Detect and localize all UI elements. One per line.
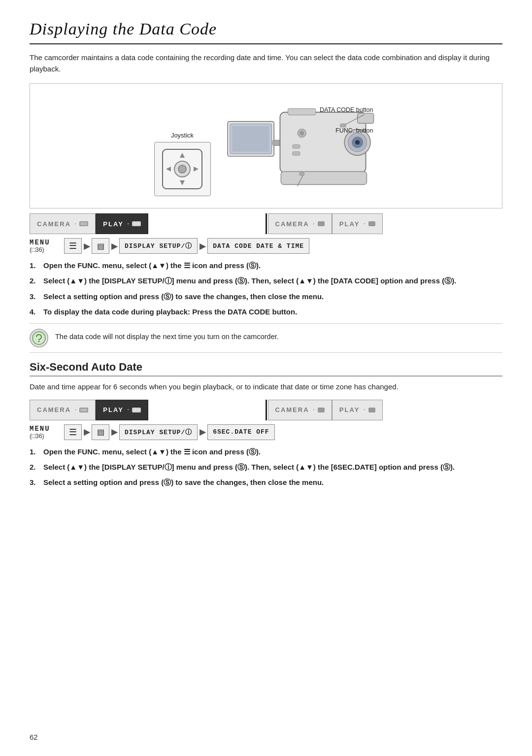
display-setup-text-1: DISPLAY SETUP/ⓘ (119, 238, 198, 254)
still-icon-1 (318, 221, 325, 227)
arrow-2c: ▶ (200, 427, 205, 437)
menu-row-section2: MENU (□36) ☰ ▶ ▤ ▶ DISPLAY SETUP/ⓘ ▶ 6SE… (30, 424, 502, 440)
play-label-1: PLAY (103, 220, 123, 228)
data-code-button-label: DATA CODE button (320, 106, 373, 113)
svg-rect-40 (368, 408, 375, 412)
svg-rect-28 (80, 222, 87, 225)
page-title: Displaying the Data Code (30, 20, 502, 38)
play-label-2: PLAY (103, 406, 123, 413)
intro-paragraph: The camcorder maintains a data code cont… (30, 52, 502, 74)
arrow-1c: ▶ (200, 241, 205, 251)
data-code-text-1: DATA CODE DATE & TIME (207, 238, 309, 254)
menu-setup-icon-2: ▤ (92, 424, 109, 440)
step-1-1: 1. Open the FUNC. menu, select (▲▼) the … (30, 260, 502, 271)
camera-body-illustration: DATA CODE button FUNC. button (221, 98, 378, 201)
menu-label-block-1: MENU (□36) (30, 239, 59, 253)
mode-tabs-section2: CAMERA · PLAY · CAMERA · PLAY · (30, 400, 502, 420)
menu-ref-1: (□36) (30, 246, 44, 253)
svg-rect-30 (133, 222, 140, 225)
still-play-icon-2 (368, 407, 375, 413)
camera-label-1: CAMERA (37, 220, 71, 228)
tab-group-left-2: CAMERA · PLAY · (30, 400, 265, 420)
menu-chain-2: ☰ ▶ ▤ ▶ DISPLAY SETUP/ⓘ ▶ 6SEC.DATE OFF (64, 424, 502, 440)
joystick-svg (160, 147, 204, 191)
step-1-4: 4. To display the data code during playb… (30, 306, 502, 317)
menu-text-2: MENU (30, 425, 50, 433)
section2-heading: Six-Second Auto Date (30, 361, 502, 377)
tab-camera-still-2[interactable]: CAMERA · (268, 400, 332, 420)
section2-intro: Date and time appear for 6 seconds when … (30, 381, 502, 393)
step-2-3: 3. Select a setting option and press (Ⓢ)… (30, 477, 502, 488)
camera-button-labels: DATA CODE button FUNC. button (320, 106, 373, 134)
mode-tabs-section1: CAMERA · PLAY · CAMERA · PLAY · (30, 213, 502, 234)
svg-rect-38 (133, 409, 140, 412)
tab-play-still-1[interactable]: PLAY · (332, 213, 383, 234)
svg-marker-6 (194, 167, 199, 172)
play-still-label-2: PLAY (339, 406, 360, 413)
menu-list-icon-1: ☰ (64, 238, 82, 254)
tab-group-right-1: CAMERA · PLAY · (268, 213, 503, 234)
video-tape-icon-play-2 (132, 407, 141, 413)
tab-camera-still-1[interactable]: CAMERA · (268, 213, 332, 234)
tab-play-still-2[interactable]: PLAY · (332, 400, 383, 420)
arrow-1b: ▶ (111, 241, 117, 251)
svg-marker-3 (180, 153, 185, 158)
svg-rect-36 (80, 409, 87, 412)
svg-rect-32 (368, 221, 375, 226)
camera-still-label-2: CAMERA (275, 406, 309, 413)
note-icon-1 (30, 329, 48, 347)
svg-point-34 (38, 341, 40, 342)
still-icon-2 (318, 407, 325, 413)
tab-separator-1 (266, 213, 267, 234)
menu-chain-1: ☰ ▶ ▤ ▶ DISPLAY SETUP/ⓘ ▶ DATA CODE DATE… (64, 238, 502, 254)
still-play-icon-1 (368, 221, 375, 227)
tab-play-video-2[interactable]: PLAY · (96, 400, 148, 420)
svg-rect-31 (318, 221, 325, 226)
svg-point-15 (355, 140, 359, 144)
joystick-label: Joystick (171, 132, 194, 139)
step-2-1: 1. Open the FUNC. menu, select (▲▼) the … (30, 446, 502, 457)
step-1-3: 3. Select a setting option and press (Ⓢ)… (30, 291, 502, 302)
joystick-illustration: Joystick (154, 132, 211, 196)
tab-group-right-2: CAMERA · PLAY · (268, 400, 503, 420)
step-1-2: 2. Select (▲▼) the [DISPLAY SETUP/ⓘ] men… (30, 275, 502, 286)
video-tape-icon-1 (79, 221, 88, 227)
sixsec-text-2: 6SEC.DATE OFF (207, 424, 274, 440)
joystick-box (154, 142, 211, 196)
svg-marker-5 (166, 167, 171, 172)
svg-rect-9 (232, 126, 269, 152)
arrow-1a: ▶ (84, 241, 90, 251)
tab-play-video-1[interactable]: PLAY · (96, 213, 148, 234)
svg-rect-39 (318, 408, 325, 412)
svg-point-2 (178, 165, 186, 173)
tab-camera-video-2[interactable]: CAMERA · (30, 400, 96, 420)
video-tape-icon-2 (79, 407, 88, 413)
svg-rect-26 (299, 172, 304, 175)
arrow-2b: ▶ (111, 427, 117, 437)
svg-rect-17 (288, 108, 315, 115)
svg-point-20 (299, 131, 304, 135)
func-button-label: FUNC. button (335, 127, 373, 134)
camera-label-2: CAMERA (37, 406, 71, 413)
play-still-label-1: PLAY (339, 220, 360, 228)
svg-marker-4 (180, 180, 185, 185)
camera-diagram: Joystick (30, 83, 502, 208)
menu-setup-icon-1: ▤ (92, 238, 109, 254)
steps-list-section1: 1. Open the FUNC. menu, select (▲▼) the … (30, 260, 502, 317)
arrow-2a: ▶ (84, 427, 90, 437)
video-tape-icon-play-1 (132, 221, 141, 227)
svg-point-33 (33, 332, 45, 344)
note-text-1: The data code will not display the next … (55, 329, 279, 343)
display-setup-text-2: DISPLAY SETUP/ⓘ (119, 424, 198, 440)
menu-ref-2: (□36) (30, 433, 44, 440)
camera-still-label-1: CAMERA (275, 220, 309, 228)
tab-camera-video-1[interactable]: CAMERA · (30, 213, 96, 234)
menu-row-section1: MENU (□36) ☰ ▶ ▤ ▶ DISPLAY SETUP/ⓘ ▶ DAT… (30, 238, 502, 254)
steps-list-section2: 1. Open the FUNC. menu, select (▲▼) the … (30, 446, 502, 488)
menu-list-icon-2: ☰ (64, 424, 82, 440)
menu-text-1: MENU (30, 239, 50, 246)
svg-rect-21 (292, 145, 299, 149)
svg-rect-22 (292, 152, 299, 156)
tab-group-left: CAMERA · PLAY · (30, 213, 265, 234)
note-box-section1: The data code will not display the next … (30, 323, 502, 353)
